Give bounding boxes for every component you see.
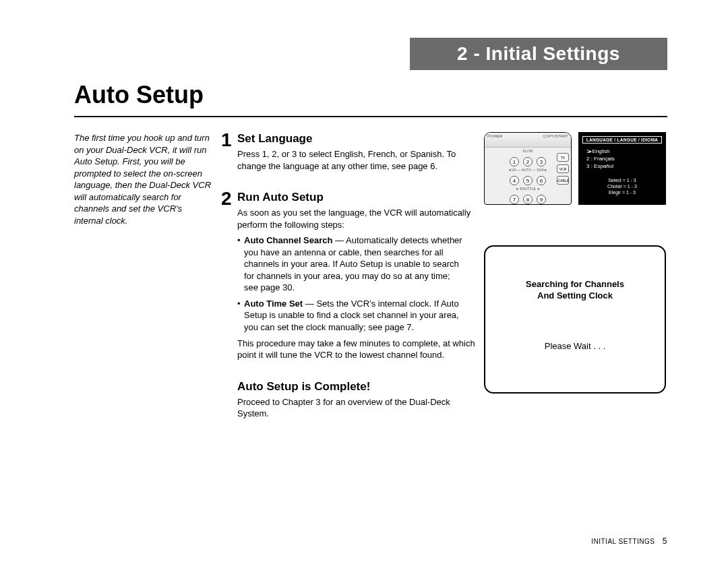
intro-paragraph: The first time you hook up and turn on y… xyxy=(74,132,212,226)
side-btn-vcr: VCR xyxy=(557,164,569,173)
step-number: 2 xyxy=(221,189,237,208)
complete-body: Proceed to Chapter 3 for an overview of … xyxy=(237,396,477,420)
bullet-bold: Auto Channel Search xyxy=(244,235,332,245)
searching-osd-figure: Searching for Channels And Setting Clock… xyxy=(484,245,666,394)
osd-select-2: Choisir = 1 - 3 xyxy=(582,183,662,189)
osd-option-1: 1▸English xyxy=(582,148,662,155)
step-number: 1 xyxy=(221,131,237,150)
title-rule xyxy=(74,116,667,117)
side-btn-tv: TV xyxy=(557,153,569,162)
remote-btn-6: 6 xyxy=(537,176,546,185)
remote-btn-7: 7 xyxy=(510,195,519,204)
remote-btn-9: 9 xyxy=(537,195,546,204)
remote-btn-1: 1 xyxy=(510,157,519,166)
remote-btn-2: 2 xyxy=(523,157,533,166)
language-osd-figure: LANGUAGE / LANGUE / IDIOMA 1▸English 2 :… xyxy=(578,132,666,205)
page-title: Auto Setup xyxy=(74,81,204,109)
remote-control-figure: POWER COPY/START SLOW 1 2 3 ◄VA — AUTO —… xyxy=(484,132,572,205)
footer-page-number: 5 xyxy=(663,536,667,546)
bullet-auto-time-set: Auto Time Set — Sets the VCR's internal … xyxy=(237,298,466,334)
page-footer: INITIAL SETTINGS 5 xyxy=(591,536,667,546)
osd-option-2: 2 : Français xyxy=(582,155,662,162)
remote-btn-3: 3 xyxy=(537,157,546,166)
searching-line-2: And Setting Clock xyxy=(485,290,665,301)
chapter-bar: 2 - Initial Settings xyxy=(410,38,667,70)
side-btn-cable: •CABLE xyxy=(557,176,569,185)
please-wait: Please Wait . . . xyxy=(485,341,665,351)
step-body-bottom: This procedure may take a few minutes to… xyxy=(237,338,477,361)
bullet-bold: Auto Time Set xyxy=(244,299,303,309)
bullet-auto-channel-search: Auto Channel Search — Automatically dete… xyxy=(237,235,466,294)
remote-btn-8: 8 xyxy=(523,195,533,204)
osd-select-3: Elegir = 1 - 3 xyxy=(582,189,662,195)
remote-btn-5: 5 xyxy=(523,176,533,185)
copy-label: COPY/START xyxy=(543,134,568,138)
remote-btn-4: 4 xyxy=(510,176,519,185)
power-label: POWER xyxy=(487,134,503,138)
osd-header: LANGUAGE / LANGUE / IDIOMA xyxy=(582,136,662,144)
step-body: Press 1, 2, or 3 to select English, Fren… xyxy=(237,148,477,172)
shuttle-label: ◄ SHUTTLE ► xyxy=(485,187,571,191)
step-body-top: As soon as you set the language, the VCR… xyxy=(237,207,477,230)
searching-line-1: Searching for Channels xyxy=(485,279,665,289)
osd-option-3: 3 : Español xyxy=(582,162,662,170)
osd-select-1: Select = 1 - 3 xyxy=(582,177,662,183)
footer-label: INITIAL SETTINGS xyxy=(591,538,655,545)
